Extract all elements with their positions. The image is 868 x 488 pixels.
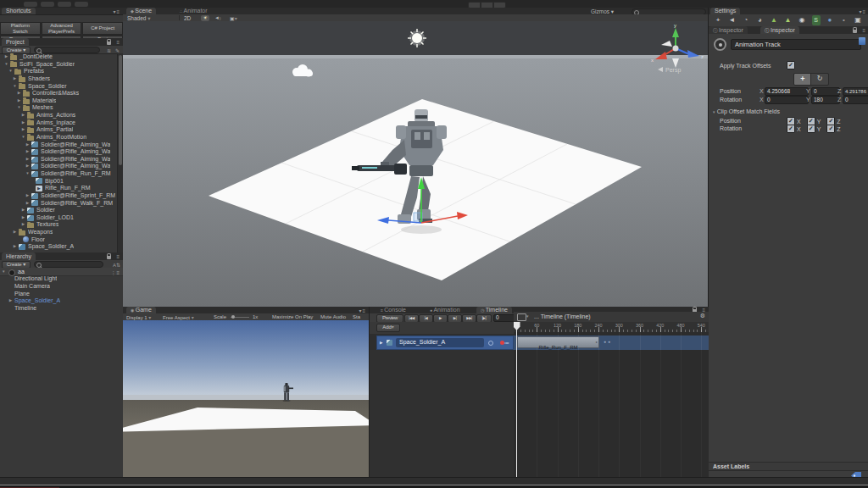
position-y-field[interactable]: 0 [811,87,840,96]
handle-center-icon[interactable]: ◔ [740,15,752,25]
tree-collapsed-arrow[interactable]: ▶ [24,148,31,156]
gear-icon[interactable]: ⚙ [700,313,705,319]
project-tree-item-soldier[interactable]: ▶Soldier [0,207,117,214]
audio-tool-icon[interactable]: ◄ [726,15,738,25]
project-search-input[interactable] [34,47,100,53]
tree-collapsed-arrow[interactable]: ▶ [15,90,23,97]
scene-lighting-toggle[interactable]: ☀ [201,15,209,21]
world-globe-icon[interactable]: ● [824,15,836,25]
tree-collapsed-arrow[interactable]: ▶ [15,97,23,105]
hierarchy-search-input[interactable] [34,261,103,268]
tree-collapsed-arrow[interactable]: ▶ [19,112,27,119]
clip-rifle-run[interactable]: Rifle_Run_F_RM ▸ [517,336,599,348]
sort-icon[interactable]: A⇅ [113,262,120,268]
slider-knob[interactable] [231,315,235,319]
tree-collapsed-arrow[interactable]: ▶ [24,163,31,170]
shortcut-button-c-project[interactable]: C# Project [82,22,123,35]
tree-collapsed-arrow[interactable]: ▶ [19,221,27,229]
tree-collapsed-arrow[interactable]: ▶ [11,243,19,251]
hierarchy-item-plane[interactable]: Plane [0,291,123,298]
pane-menu-icon[interactable]: ▾≡ [359,308,366,313]
tab-console[interactable]: ≡ Console [376,307,410,313]
playhead-line[interactable] [516,322,517,477]
project-tree-item-textures[interactable]: ▶Textures [0,221,117,229]
scene-effects-dropdown[interactable]: ▣▾ [230,15,237,21]
tree-collapsed-arrow[interactable]: ▶ [7,297,14,305]
persp-label[interactable]: Persp [658,67,681,74]
tab-inspector-2[interactable]: ⓘ Inspector [760,26,799,34]
project-tree-item-scifi-space-soldier[interactable]: ▼SciFi_Space_Soldier [0,61,117,69]
scale-slider[interactable] [231,317,249,318]
stats-toggle[interactable]: Sta [353,314,360,319]
tree-collapsed-arrow[interactable]: ▶ [19,207,27,214]
tab-scene[interactable]: ◆ Scene [126,8,156,14]
track-binding-box[interactable]: Space_Soldier_A [396,338,484,347]
project-tree-item-anims-inplace[interactable]: ▶Anims_Inplace [0,119,117,127]
project-tree-item-floor[interactable]: Floor [0,236,117,244]
tree-collapsed-arrow[interactable]: ▶ [3,53,10,61]
project-tree-item-soldier-rifle-aiming-wa[interactable]: ▶Soldier@Rifle_Aiming_Wa [0,141,117,149]
tab-timeline[interactable]: ◷ Timeline [476,307,512,313]
terrain-raise-icon[interactable]: ▲ [768,15,780,25]
clip-resize-handle[interactable]: ▸ [596,340,598,344]
tree-collapsed-arrow[interactable]: ▶ [19,214,27,222]
rotation-x-field[interactable]: 0 [765,96,809,104]
tree-collapsed-arrow[interactable]: ▶ [19,126,27,134]
tree-collapsed-arrow[interactable]: ▶ [19,119,27,127]
scene-viewport[interactable]: y x z Persp [123,21,708,307]
pane-menu-icon[interactable]: ≡ [116,40,120,45]
tree-collapsed-arrow[interactable]: ▶ [11,75,19,83]
lock-icon[interactable] [107,256,111,259]
visibility-eye-icon[interactable]: ◉ [796,15,808,25]
tree-collapsed-arrow[interactable]: ▶ [11,229,19,236]
tree-collapsed-arrow[interactable]: ▶ [24,141,31,149]
apply-offsets-checkbox[interactable]: ✓ [787,61,795,69]
track-menu-icon[interactable]: ≔ [504,340,510,346]
lock-icon[interactable] [853,30,857,33]
tab-project[interactable]: Project [2,38,29,46]
tree-expanded-arrow[interactable]: ▼ [7,68,14,75]
handle-pivot-icon[interactable]: ◕ [754,15,766,25]
track-name-field[interactable]: Animation Track [731,39,861,50]
project-tree-item-shaders[interactable]: ▶Shaders [0,75,117,83]
project-tree-item-soldier-rifle-walk-f-rm[interactable]: ▶Soldier@Rifle_Walk_F_RM [0,200,117,208]
timeline-asset-icon[interactable] [859,37,865,45]
scene-audio-toggle[interactable]: ◄) [214,15,220,20]
hierarchy-item-space-soldier-a[interactable]: ▶Space_Soldier_A [0,297,123,305]
package-icon[interactable]: ▣ [852,15,864,25]
track-lane-selected[interactable]: Rifle_Run_F_RM ▸ ●● [514,336,709,350]
match-rotation-checked-x-checkbox[interactable]: ✓ [787,125,795,133]
project-tree-item-materials[interactable]: ▶Materials [0,97,117,105]
shortcut-button-advanced-playerprefs[interactable]: Advanced PlayerPrefs [42,22,82,35]
current-frame-field[interactable]: 0 [493,314,515,322]
tab-game[interactable]: ◉ Game [126,307,156,313]
timeline-mode-arrow[interactable]: ▾ [526,313,529,319]
project-tree-item-prefabs[interactable]: ▼Prefabs [0,68,117,75]
version-control-icon[interactable]: S [812,15,821,25]
tree-collapsed-arrow[interactable]: ▶ [24,192,31,200]
rotation-z-field[interactable]: 0 [843,96,868,104]
dot-icon[interactable]: • [838,15,850,25]
project-tree-item-weapons[interactable]: ▶Weapons [0,229,117,236]
aspect-dropdown[interactable]: Free Aspect ▾ [163,314,194,320]
position-x-field[interactable]: 4.250668 [765,87,809,96]
project-tree-item-soldier-rifle-run-f-rm[interactable]: ▼Soldier@Rifle_Run_F_RM [0,170,117,178]
position-z-field[interactable]: 4.291786 [843,87,868,96]
hierarchy-item-timeline[interactable]: Timeline [0,305,123,313]
sun-sprite[interactable] [408,29,426,47]
tab-settings[interactable]: Settings [710,8,740,14]
project-tree-item-anims-actions[interactable]: ▶Anims_Actions [0,112,117,119]
edit-pencil-icon[interactable]: ✎ [115,47,120,53]
tab-animation[interactable]: ● Animation [426,307,465,313]
offset-move-button[interactable]: + [793,73,812,86]
project-tree-item-space-soldier[interactable]: ▼Space_Soldier [0,83,117,91]
project-tree-item-anims-partial[interactable]: ▶Anims_Partial [0,126,117,134]
tree-expanded-arrow[interactable]: ▼ [11,83,19,91]
track-header-space-soldier[interactable]: ▶ Space_Soldier_A ≔ [376,336,514,350]
game-viewport[interactable] [123,320,369,477]
offset-rotate-button[interactable]: ↻ [810,73,829,86]
tree-expanded-arrow[interactable]: ▼ [15,104,23,112]
project-tree-item-bip001[interactable]: Bip001 [0,178,117,186]
move-tool-icon[interactable]: + [712,15,724,25]
tree-expanded-arrow[interactable]: ▼ [2,269,5,274]
